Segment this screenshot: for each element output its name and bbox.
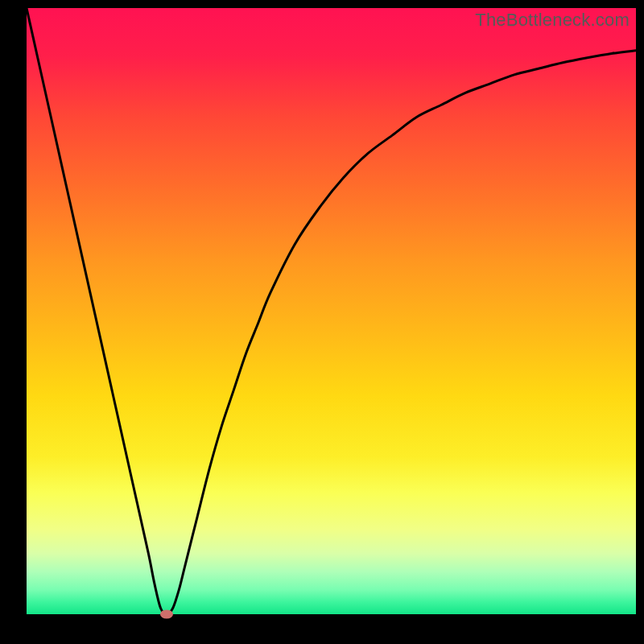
minimum-marker — [160, 610, 173, 619]
plot-area: TheBottleneck.com — [27, 8, 636, 614]
bottleneck-curve — [27, 8, 636, 614]
chart-frame: TheBottleneck.com — [0, 0, 644, 644]
